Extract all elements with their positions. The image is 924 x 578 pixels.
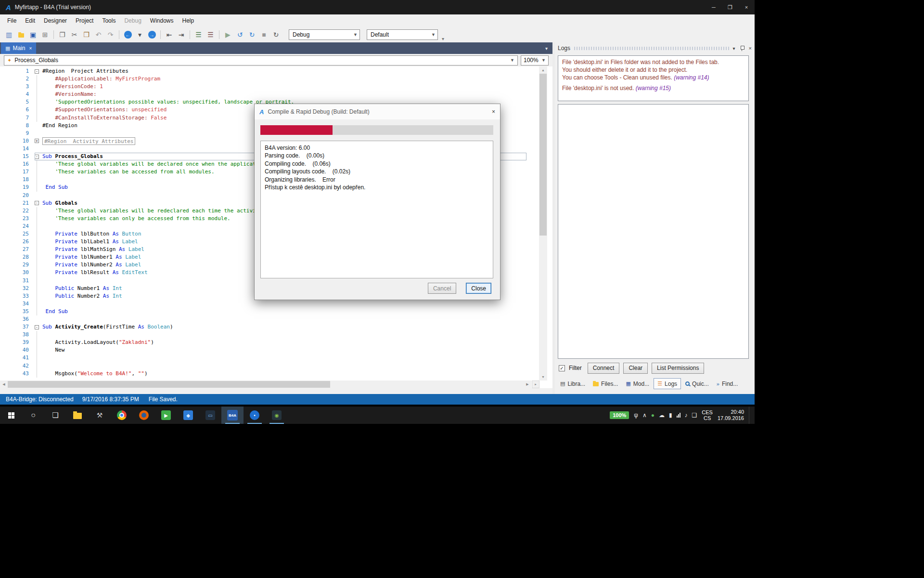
b4a-app-icon[interactable]: B4A — [221, 407, 244, 424]
new-project-icon[interactable]: ▥ — [3, 29, 15, 40]
zoom-select[interactable]: 100% ▼ — [521, 55, 549, 66]
vertical-scrollbar[interactable]: ▲ ▼ — [539, 66, 547, 381]
comment-icon[interactable]: ☰ — [192, 29, 205, 40]
restart-icon[interactable]: ↻ — [270, 29, 282, 40]
forward-icon[interactable]: → — [146, 29, 158, 40]
run-icon[interactable]: ▶ — [222, 29, 234, 40]
scroll-right-icon[interactable]: ▶ — [524, 381, 531, 388]
firefox-icon[interactable] — [133, 407, 155, 424]
blue-cube-app-icon[interactable]: ◆ — [177, 407, 199, 424]
toolbar-overflow-icon[interactable]: ▾ — [442, 36, 444, 42]
build-config-select[interactable]: Default ▼ — [367, 29, 438, 40]
media-app-icon[interactable]: ▭ — [199, 407, 221, 424]
usb-icon[interactable]: ψ — [634, 412, 638, 419]
menu-item-project[interactable]: Project — [71, 14, 98, 27]
build-mode-select[interactable]: Debug ▼ — [289, 29, 360, 40]
defender-icon[interactable]: ● — [651, 412, 654, 419]
panel-tab-libra[interactable]: ▤Libra... — [557, 378, 589, 389]
redo-icon[interactable]: ↷ — [104, 29, 116, 40]
panel-close-icon[interactable]: × — [749, 45, 752, 51]
maximize-button[interactable]: ❐ — [722, 0, 738, 14]
outdent-icon[interactable]: ⇤ — [163, 29, 175, 40]
panel-tab-files[interactable]: Files... — [590, 378, 621, 389]
step-over-icon[interactable]: ↻ — [246, 29, 258, 40]
task-view-icon[interactable]: ❏ — [44, 407, 66, 424]
logs-header[interactable]: Logs ▾ × — [555, 42, 755, 54]
battery-percentage-badge[interactable]: 100% — [610, 411, 629, 419]
action-center-icon[interactable]: ❑ — [692, 412, 697, 419]
scroll-down-icon[interactable]: ▼ — [539, 373, 547, 381]
pin-icon[interactable] — [740, 45, 744, 52]
undo-icon[interactable]: ↶ — [92, 29, 104, 40]
line-number: 33 — [0, 292, 34, 300]
indent-icon[interactable]: ⇥ — [175, 29, 187, 40]
onedrive-icon[interactable]: ☁ — [659, 412, 665, 419]
dialog-close-button[interactable]: Close — [466, 283, 491, 294]
panel-tab-find[interactable]: »Find... — [713, 378, 741, 389]
fold-toggle-icon[interactable]: - — [34, 323, 42, 331]
start-button[interactable] — [0, 407, 22, 424]
fold-toggle-icon[interactable]: - — [34, 67, 42, 75]
save-icon[interactable]: ▣ — [27, 29, 39, 40]
dialog-title-bar[interactable]: A Compile & Rapid Debug (Build: Default)… — [255, 104, 500, 119]
package-icon[interactable]: ⊞ — [39, 29, 51, 40]
menu-item-edit[interactable]: Edit — [21, 14, 39, 27]
green-app-icon[interactable]: ▶ — [155, 407, 177, 424]
fold-toggle-icon[interactable]: + — [34, 137, 42, 145]
menu-item-tools[interactable]: Tools — [98, 14, 120, 27]
minimize-button[interactable]: ─ — [706, 0, 722, 14]
tab-close-icon[interactable]: × — [29, 46, 32, 51]
clock[interactable]: 20:40 17.09.2016 — [718, 409, 744, 421]
language-indicator[interactable]: CES CS — [702, 409, 713, 421]
menu-item-help[interactable]: Help — [178, 14, 199, 27]
scroll-left-icon[interactable]: ◀ — [0, 381, 8, 388]
horizontal-scroll-thumb[interactable] — [8, 381, 330, 388]
clear-button[interactable]: Clear — [623, 363, 648, 374]
horizontal-scrollbar[interactable]: ◀ ▶ — [0, 381, 531, 388]
cancel-button[interactable]: Cancel — [428, 283, 456, 294]
network-icon[interactable] — [677, 413, 680, 418]
paste-icon[interactable]: ❒ — [80, 29, 92, 40]
step-into-icon[interactable]: ↺ — [234, 29, 246, 40]
search-icon[interactable]: ○ — [22, 407, 44, 424]
panel-tab-quic[interactable]: Quic... — [682, 378, 712, 389]
menu-item-designer[interactable]: Designer — [39, 14, 71, 27]
code-text: Private lblLabel1 As Label — [42, 238, 138, 246]
menu-item-file[interactable]: File — [3, 14, 21, 27]
stop-icon[interactable]: ■ — [258, 29, 270, 40]
show-desktop-button[interactable] — [749, 407, 751, 424]
fold-margin — [34, 230, 42, 238]
copy-icon[interactable]: ❐ — [56, 29, 68, 40]
cut-icon[interactable]: ✂ — [68, 29, 80, 40]
file-explorer-icon[interactable] — [66, 407, 89, 424]
scroll-up-icon[interactable]: ▲ — [539, 66, 547, 74]
back-icon[interactable]: ← — [122, 29, 134, 40]
filter-checkbox[interactable]: ✓ — [559, 365, 565, 371]
log-output-box[interactable] — [558, 104, 749, 359]
panel-tab-mod[interactable]: ▦Mod... — [622, 378, 653, 389]
scope-select[interactable]: ✦ Process_Globals ▼ — [4, 55, 518, 66]
panel-tab-logs[interactable]: ☰Logs — [654, 378, 681, 389]
battery-icon[interactable]: ▮ — [669, 412, 672, 419]
tab-list-chevron-icon[interactable]: ▾ — [545, 46, 552, 51]
tab-main[interactable]: ▦ Main × — [1, 42, 36, 54]
chrome-icon[interactable] — [111, 407, 133, 424]
droid-app-icon[interactable]: ◉ — [266, 407, 288, 424]
uncomment-icon[interactable]: ☰ — [205, 29, 217, 40]
volume-icon[interactable]: ♪ — [685, 412, 688, 419]
menu-item-windows[interactable]: Windows — [146, 14, 178, 27]
fold-toggle-icon[interactable]: - — [34, 199, 42, 207]
fold-toggle-icon[interactable]: - — [34, 153, 42, 160]
vertical-scroll-thumb[interactable] — [539, 74, 547, 236]
lock-app-icon[interactable]: • — [244, 407, 266, 424]
open-project-icon[interactable] — [15, 29, 27, 40]
tray-expand-icon[interactable]: ∧ — [642, 412, 647, 419]
back-history-chevron-icon[interactable]: ▾ — [134, 29, 146, 40]
connect-button[interactable]: Connect — [588, 363, 620, 374]
close-button[interactable]: × — [738, 0, 755, 14]
dialog-close-icon[interactable]: × — [492, 108, 495, 115]
editor-split-button[interactable]: ▸ — [532, 381, 539, 388]
panel-menu-chevron-icon[interactable]: ▾ — [733, 46, 735, 51]
tools-app-icon[interactable]: ⚒ — [89, 407, 111, 424]
list-permissions-button[interactable]: List Permissions — [652, 363, 704, 374]
